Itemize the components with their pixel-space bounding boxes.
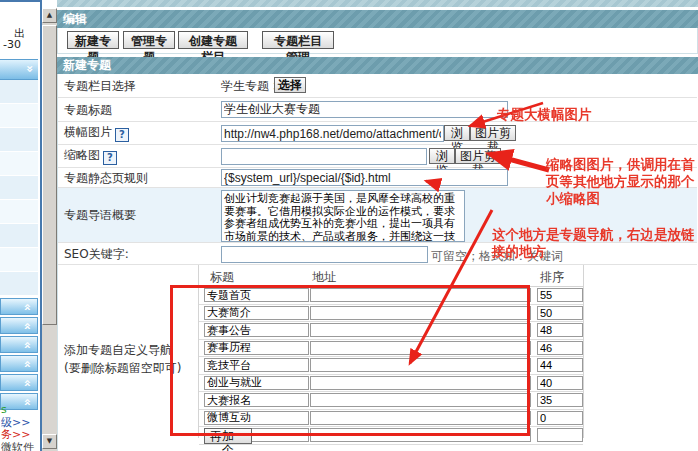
- thumbnail-url-input[interactable]: [221, 148, 427, 165]
- nav-table-row: [199, 410, 583, 428]
- sidebar-list-item[interactable]: [0, 248, 38, 272]
- chevron-up-icon: »: [20, 379, 34, 387]
- sidebar-list-item[interactable]: [0, 128, 38, 152]
- banner-browse-button[interactable]: 浏览: [444, 125, 470, 141]
- nav-order-input[interactable]: [537, 306, 583, 320]
- topic-title-label: 专题标题: [64, 101, 112, 118]
- nav-title-input[interactable]: [204, 376, 309, 390]
- seo-keywords-input[interactable]: [221, 246, 428, 263]
- sidebar-collapsed-panel[interactable]: »: [0, 336, 38, 353]
- nav-table-row: [199, 375, 583, 393]
- nav-url-input[interactable]: [310, 306, 531, 320]
- scroll-up-button[interactable]: ▲: [42, 8, 57, 23]
- banner-crop-button[interactable]: 图片剪裁: [470, 125, 516, 141]
- vertical-scrollbar[interactable]: ▲ ▼: [42, 8, 57, 451]
- help-icon[interactable]: ?: [103, 151, 117, 165]
- sidebar-footer-link[interactable]: 务>>: [1, 429, 39, 442]
- summary-label: 专题导语概要: [64, 207, 136, 224]
- nav-url-input[interactable]: [310, 341, 531, 355]
- nav-table-row: [199, 340, 583, 358]
- nav-title-input[interactable]: [204, 323, 309, 337]
- scroll-down-icon: ▼: [47, 437, 52, 445]
- nav-order-input[interactable]: [537, 323, 583, 337]
- banner-url-input[interactable]: [221, 125, 444, 142]
- nav-url-input[interactable]: [310, 411, 531, 425]
- sidebar-footer-links: s级>>务>>微软件: [1, 404, 39, 451]
- nav-table-row: [199, 305, 583, 323]
- add-one-more-button[interactable]: 再加一个: [204, 428, 252, 444]
- nav-header-title: 标题: [210, 269, 234, 286]
- nav-order-input[interactable]: [537, 428, 583, 442]
- nav-title-input[interactable]: [204, 341, 309, 355]
- nav-table-row: [199, 357, 583, 375]
- sidebar-list-item[interactable]: [0, 200, 38, 224]
- nav-url-input[interactable]: [310, 428, 531, 442]
- nav-annotation-text: 这个地方是专题导航，右边是放链接的地方: [492, 226, 698, 260]
- chevron-up-icon: »: [20, 322, 34, 330]
- nav-order-input[interactable]: [537, 288, 583, 302]
- topic-title-input[interactable]: [221, 101, 508, 118]
- nav-order-input[interactable]: [537, 393, 583, 407]
- nav-header-url: 地址: [312, 269, 336, 286]
- sidebar-footer-link[interactable]: 微软件: [1, 442, 39, 451]
- sidebar-expand-bar[interactable]: »: [0, 59, 38, 80]
- sidebar-collapsed-panel[interactable]: »: [0, 355, 38, 372]
- sidebar-menu-list: [0, 80, 38, 296]
- nav-title-input[interactable]: [204, 393, 309, 407]
- nav-order-input[interactable]: [537, 358, 583, 372]
- banner-annotation-text: 专题大横幅图片: [497, 106, 592, 123]
- sidebar-top-text2: -30: [3, 38, 21, 51]
- nav-title-input[interactable]: [204, 288, 309, 302]
- thumbnail-crop-button[interactable]: 图片剪裁: [455, 148, 501, 164]
- sidebar-list-item[interactable]: [0, 176, 38, 200]
- topic-column-manage-button[interactable]: 专题栏目管理: [262, 31, 334, 49]
- sidebar-list-item[interactable]: [0, 152, 38, 176]
- custom-nav-label: 添加专题自定义导航 (要删除标题留空即可): [64, 341, 181, 377]
- category-label: 专题栏目选择: [64, 77, 136, 94]
- sidebar-collapsed-panel[interactable]: »: [0, 317, 38, 334]
- sidebar-collapsed-panels: »»»»»»: [0, 298, 38, 412]
- sidebar-list-item[interactable]: [0, 224, 38, 248]
- nav-table-row: [199, 322, 583, 340]
- manage-topic-button[interactable]: 管理专题: [123, 31, 175, 49]
- edit-section-header: 编辑: [57, 10, 698, 28]
- nav-url-input[interactable]: [310, 393, 531, 407]
- category-select-button[interactable]: 选择: [274, 77, 306, 93]
- scrollbar-thumb[interactable]: [42, 25, 57, 325]
- nav-url-input[interactable]: [310, 358, 531, 372]
- nav-title-input[interactable]: [204, 411, 309, 425]
- nav-url-input[interactable]: [310, 323, 531, 337]
- thumbnail-annotation-text: 缩略图图片，供调用在首页等其他地方显示的那个小缩略图: [546, 156, 698, 207]
- create-topic-column-button[interactable]: 创建专题栏目: [178, 31, 248, 49]
- static-rule-input[interactable]: [221, 169, 508, 186]
- sidebar-collapsed-panel[interactable]: »: [0, 374, 38, 391]
- special-topic-admin-page: 出 -30 » »»»»»» s级>>务>>微软件 ▲ ▼ 编辑 新建专题 管理…: [0, 0, 698, 451]
- nav-table-header: 标题 地址 排序: [199, 265, 583, 287]
- nav-table-row: [199, 392, 583, 410]
- sidebar-list-item[interactable]: [0, 104, 38, 128]
- top-strip: [57, 0, 698, 7]
- thumbnail-browse-button[interactable]: 浏览: [429, 148, 455, 164]
- nav-url-input[interactable]: [310, 288, 531, 302]
- new-topic-button[interactable]: 新建专题: [67, 31, 119, 49]
- nav-title-input[interactable]: [204, 358, 309, 372]
- nav-order-input[interactable]: [537, 376, 583, 390]
- summary-textarea[interactable]: 创业计划竞赛起源于美国，是风靡全球高校的重要赛事。它借用模拟实际企业的运作模式，…: [221, 190, 465, 242]
- chevron-down-icon: »: [23, 65, 37, 73]
- sidebar-list-item[interactable]: [0, 272, 38, 296]
- toolbar: 新建专题 管理专题 创建专题栏目 专题栏目管理: [57, 31, 698, 51]
- sidebar-list-item[interactable]: [0, 80, 38, 104]
- chevron-up-icon: »: [20, 341, 34, 349]
- banner-label: 横幅图片?: [64, 124, 129, 142]
- help-icon[interactable]: ?: [115, 128, 129, 142]
- scroll-down-button[interactable]: ▼: [42, 434, 57, 449]
- nav-header-order: 排序: [540, 269, 564, 286]
- sidebar-footer-link[interactable]: s: [1, 404, 39, 417]
- nav-order-input[interactable]: [537, 341, 583, 355]
- nav-title-input[interactable]: [204, 306, 309, 320]
- nav-url-input[interactable]: [310, 376, 531, 390]
- chevron-up-icon: »: [20, 360, 34, 368]
- nav-order-input[interactable]: [537, 411, 583, 425]
- sidebar-collapsed-panel[interactable]: »: [0, 298, 38, 315]
- seo-keywords-label: SEO关键字:: [64, 245, 129, 262]
